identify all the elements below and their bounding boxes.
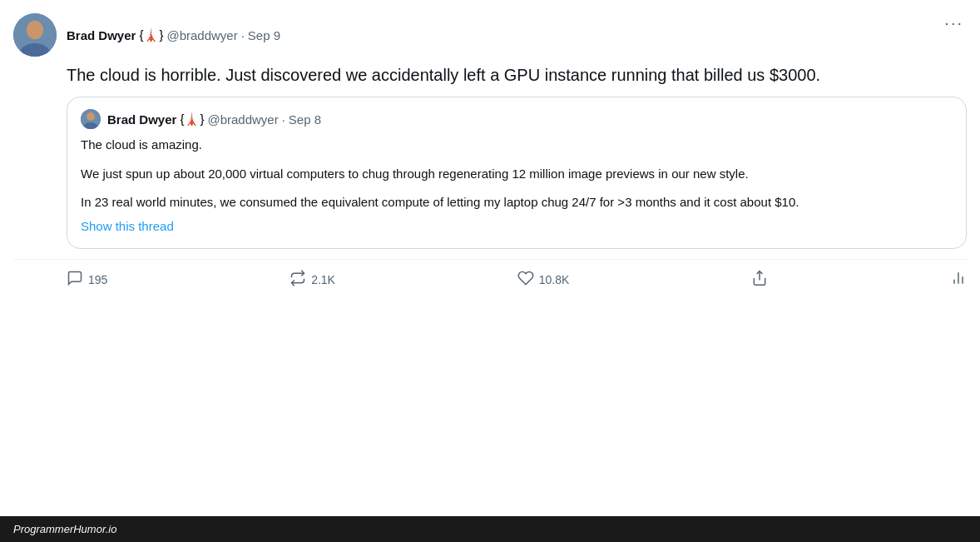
quoted-date: Sep 8 [289, 112, 321, 127]
quoted-avatar-image [81, 109, 101, 129]
like-icon [517, 270, 534, 291]
user-info: Brad Dwyer {🗼} @braddwyer · Sep 9 [67, 27, 280, 42]
separator: · [241, 28, 245, 42]
tweet-header: Brad Dwyer {🗼} @braddwyer · Sep 9 ··· [13, 13, 967, 57]
like-action[interactable]: 10.8K [517, 270, 570, 291]
retweet-count: 2.1K [311, 273, 335, 286]
quoted-user-info: Brad Dwyer {🗼} @braddwyer · Sep 8 [107, 112, 321, 127]
tweet-text: The cloud is horrible. Just discovered w… [67, 63, 967, 87]
quoted-header: Brad Dwyer {🗼} @braddwyer · Sep 8 [81, 109, 953, 129]
tweet-card: Brad Dwyer {🗼} @braddwyer · Sep 9 ··· Th… [0, 0, 980, 516]
author-emoji: {🗼} [139, 27, 163, 42]
footer-site: ProgrammerHumor.io [13, 523, 117, 535]
show-thread-button[interactable]: Show this thread [81, 212, 174, 236]
svg-point-5 [87, 112, 95, 121]
quoted-avatar [81, 109, 101, 129]
footer: ProgrammerHumor.io [0, 516, 980, 542]
quoted-author-emoji: {🗼} [180, 112, 204, 127]
quoted-display-name: Brad Dwyer [107, 112, 176, 127]
quoted-para-1: The cloud is amazing. [81, 136, 953, 155]
share-action[interactable] [751, 270, 768, 291]
quoted-text: The cloud is amazing. We just spun up ab… [81, 136, 953, 212]
reply-action[interactable]: 195 [67, 270, 107, 291]
tweet-body: The cloud is horrible. Just discovered w… [67, 63, 967, 249]
quoted-separator: · [282, 112, 285, 127]
quoted-para-2: We just spun up about 20,000 virtual com… [81, 165, 953, 184]
avatar [13, 13, 57, 57]
analytics-action[interactable] [950, 270, 967, 291]
username: @braddwyer [166, 28, 237, 42]
like-count: 10.8K [539, 273, 570, 286]
tweet-date: Sep 9 [248, 28, 280, 42]
quoted-para-3: In 23 real world minutes, we consumed th… [81, 193, 953, 212]
reply-count: 195 [88, 273, 107, 286]
svg-point-3 [27, 21, 43, 39]
retweet-icon [290, 270, 306, 291]
quoted-username: @braddwyer [207, 112, 278, 127]
avatar-image [13, 13, 57, 57]
share-icon [751, 270, 768, 291]
tweet-header-left: Brad Dwyer {🗼} @braddwyer · Sep 9 [13, 13, 280, 57]
display-name: Brad Dwyer [67, 28, 136, 42]
reply-icon [67, 270, 83, 291]
tweet-actions: 195 2.1K 10.8K [13, 259, 967, 301]
retweet-action[interactable]: 2.1K [290, 270, 335, 291]
quoted-tweet[interactable]: Brad Dwyer {🗼} @braddwyer · Sep 8 The cl… [67, 97, 967, 249]
analytics-icon [950, 270, 967, 291]
more-options-button[interactable]: ··· [941, 13, 967, 32]
